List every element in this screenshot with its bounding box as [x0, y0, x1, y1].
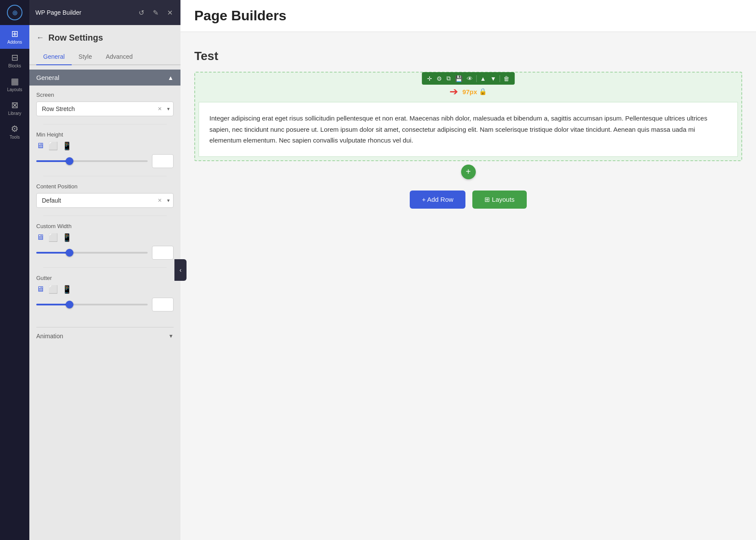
add-row-circle-button[interactable]: + [461, 165, 476, 179]
app-logo: ⊕ [7, 5, 22, 20]
add-row-button[interactable]: + Add Row [410, 191, 465, 209]
slider-thumb[interactable] [66, 301, 73, 308]
tablet-icon[interactable]: ⬜ [48, 233, 58, 242]
min-height-input[interactable] [152, 154, 174, 168]
divider [43, 216, 167, 216]
move-button[interactable]: ✛ [425, 74, 434, 83]
tab-general[interactable]: General [36, 49, 72, 65]
slider-fill [36, 252, 70, 254]
top-bar: WP Page Builder ↺ ✎ ✕ [29, 0, 180, 25]
content-text: Integer adipiscing erat eget risus solli… [209, 113, 727, 146]
content-block: Integer adipiscing erat eget risus solli… [199, 102, 738, 157]
animation-title: Animation [36, 333, 63, 340]
sidebar-item-label: Addons [7, 40, 22, 44]
add-row-area: + [194, 165, 742, 179]
gutter-label: Gutter [36, 275, 174, 281]
gutter-input[interactable] [152, 298, 174, 311]
desktop-icon[interactable]: 🖥 [36, 141, 44, 151]
back-button[interactable]: ← [36, 33, 44, 42]
min-height-slider-row [36, 154, 174, 168]
min-height-label: Min Height [36, 131, 174, 138]
settings-header: ← Row Settings [29, 25, 180, 49]
general-section-title: General [36, 74, 59, 81]
gutter-slider[interactable] [36, 300, 148, 309]
settings-button[interactable]: ⚙ [435, 74, 444, 83]
tab-style[interactable]: Style [72, 49, 99, 65]
sidebar-item-tools[interactable]: ⚙ Tools [0, 120, 29, 144]
sidebar-item-label: Layouts [7, 87, 22, 92]
select-clear-icon[interactable]: ✕ [158, 197, 162, 203]
desktop-icon[interactable]: 🖥 [36, 233, 44, 242]
slider-fill [36, 160, 70, 162]
device-icons: 🖥 ⬜ 📱 [36, 141, 174, 151]
gutter-slider-row [36, 298, 174, 311]
visibility-button[interactable]: 👁 [465, 74, 474, 83]
tab-advanced[interactable]: Advanced [99, 49, 139, 65]
screen-select-wrapper: Row Stretch Full Width Boxed ✕ ▾ [36, 102, 174, 116]
layouts-icon: ▦ [11, 77, 19, 86]
device-icons: 🖥 ⬜ 📱 [36, 285, 174, 294]
icon-sidebar: ⊕ ⊞ Addons ⊟ Blocks ▦ Layouts ⊠ Library … [0, 0, 29, 540]
sidebar-item-layouts[interactable]: ▦ Layouts [0, 73, 29, 96]
content-position-select[interactable]: Default Top Center Bottom [37, 194, 173, 207]
device-icons: 🖥 ⬜ 📱 [36, 233, 174, 242]
bottom-toolbar: + Add Row ⊞ Layouts [194, 180, 742, 219]
divider [43, 124, 167, 124]
settings-title: Row Settings [48, 33, 103, 43]
chevron-left-icon: ‹ [180, 267, 182, 273]
move-up-button[interactable]: ▲ [478, 74, 488, 83]
page-title-bar: Page Builders [180, 0, 756, 32]
collapse-toggle[interactable]: ‹ [174, 259, 187, 281]
page-title: Page Builders [194, 8, 742, 24]
select-clear-icon[interactable]: ✕ [158, 106, 162, 112]
lock-icon: 🔒 [479, 88, 487, 95]
animation-section: Animation ▼ [29, 325, 180, 346]
row-toolbar: ✛ ⚙ ⧉ 💾 👁 ▲ ▼ 🗑 [422, 72, 515, 85]
custom-width-slider[interactable] [36, 248, 148, 257]
min-height-field: Min Height 🖥 ⬜ 📱 [36, 131, 174, 168]
logo-icon: ⊕ [12, 9, 18, 17]
screen-label: Screen [36, 92, 174, 98]
settings-tabs: General Style Advanced [29, 49, 180, 65]
mobile-icon[interactable]: 📱 [62, 141, 72, 151]
sidebar-item-addons[interactable]: ⊞ Addons [0, 25, 29, 49]
mobile-icon[interactable]: 📱 [62, 233, 72, 242]
min-height-slider[interactable] [36, 157, 148, 165]
slider-fill [36, 304, 70, 305]
sidebar-item-library[interactable]: ⊠ Library [0, 96, 29, 120]
general-section-header[interactable]: General ▲ [29, 70, 180, 86]
divider [43, 267, 167, 268]
tools-icon: ⚙ [11, 124, 19, 133]
library-icon: ⊠ [11, 101, 19, 109]
layouts-button[interactable]: ⊞ Layouts [472, 191, 527, 209]
divider [43, 176, 167, 176]
undo-button[interactable]: ↺ [137, 7, 146, 19]
content-position-label: Content Position [36, 183, 174, 190]
copy-button[interactable]: ⧉ [445, 74, 452, 83]
screen-field: Screen Row Stretch Full Width Boxed ✕ ▾ [36, 92, 174, 116]
custom-width-input[interactable] [152, 246, 174, 260]
move-down-button[interactable]: ▼ [489, 74, 498, 83]
tablet-icon[interactable]: ⬜ [48, 285, 58, 294]
tablet-icon[interactable]: ⬜ [48, 141, 58, 151]
canvas-inner: Test ✛ ⚙ ⧉ 💾 👁 ▲ ▼ 🗑 ➔ [180, 32, 756, 540]
close-button[interactable]: ✕ [165, 7, 174, 19]
mobile-icon[interactable]: 📱 [62, 285, 72, 294]
settings-panel: ← Row Settings General Style Advanced Ge… [29, 0, 180, 540]
slider-thumb[interactable] [66, 157, 73, 165]
slider-thumb[interactable] [66, 249, 73, 257]
save-button[interactable]: 💾 [453, 74, 464, 83]
toolbar-divider [476, 75, 477, 82]
sidebar-item-label: Blocks [8, 64, 21, 68]
sidebar-item-label: Tools [9, 135, 19, 140]
section-title: Test [194, 49, 742, 63]
delete-button[interactable]: 🗑 [502, 74, 511, 83]
edit-button[interactable]: ✎ [151, 7, 160, 19]
sidebar-item-blocks[interactable]: ⊟ Blocks [0, 49, 29, 73]
content-position-select-wrapper: Default Top Center Bottom ✕ ▾ [36, 193, 174, 208]
chevron-down-icon: ▼ [168, 333, 174, 339]
animation-header[interactable]: Animation ▼ [36, 327, 174, 345]
slider-track [36, 160, 148, 162]
screen-select[interactable]: Row Stretch Full Width Boxed [37, 102, 173, 116]
desktop-icon[interactable]: 🖥 [36, 285, 44, 294]
